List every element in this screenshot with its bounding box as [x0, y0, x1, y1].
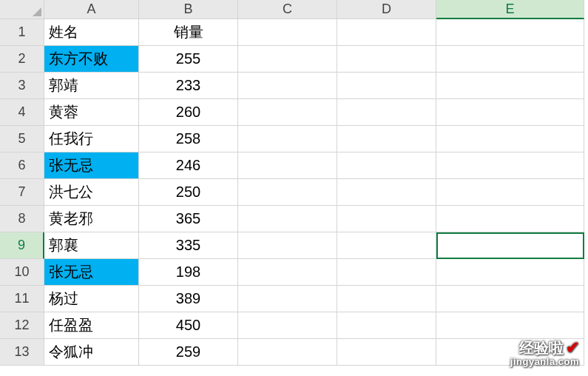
column-header-B[interactable]: B	[139, 0, 238, 19]
row-header-4[interactable]: 4	[0, 99, 44, 126]
column-header-E[interactable]: E	[436, 0, 584, 19]
cell-D11[interactable]	[337, 286, 436, 312]
column-header-A[interactable]: A	[44, 0, 139, 19]
cell-B12[interactable]: 450	[139, 312, 238, 339]
cell-D6[interactable]	[337, 152, 436, 179]
cell-E2[interactable]	[436, 46, 584, 73]
cell-E12[interactable]	[436, 312, 584, 339]
cell-E8[interactable]	[436, 206, 584, 232]
cell-B6[interactable]: 246	[139, 152, 238, 179]
cell-D9[interactable]	[337, 232, 436, 259]
cell-E1[interactable]	[436, 19, 584, 46]
cell-E11[interactable]	[436, 286, 584, 312]
cell-B5[interactable]: 258	[139, 126, 238, 152]
row-header-11[interactable]: 11	[0, 286, 44, 312]
cell-A7[interactable]: 洪七公	[44, 179, 139, 206]
row-header-1[interactable]: 1	[0, 19, 44, 46]
watermark-text-bottom: jingyanla.com	[510, 357, 579, 367]
cell-C8[interactable]	[238, 206, 337, 232]
cell-A10[interactable]: 张无忌	[44, 259, 139, 286]
cell-A13[interactable]: 令狐冲	[44, 339, 139, 366]
cell-C2[interactable]	[238, 46, 337, 73]
cell-C13[interactable]	[238, 339, 337, 366]
cell-A8[interactable]: 黄老邪	[44, 206, 139, 232]
cell-B1[interactable]: 销量	[139, 19, 238, 46]
cell-A4[interactable]: 黄蓉	[44, 99, 139, 126]
cell-C3[interactable]	[238, 73, 337, 99]
cell-A2[interactable]: 东方不败	[44, 46, 139, 73]
row-header-10[interactable]: 10	[0, 259, 44, 286]
column-header-D[interactable]: D	[337, 0, 436, 19]
cell-E4[interactable]	[436, 99, 584, 126]
cell-C4[interactable]	[238, 99, 337, 126]
row-header-13[interactable]: 13	[0, 339, 44, 366]
cell-C11[interactable]	[238, 286, 337, 312]
cell-D12[interactable]	[337, 312, 436, 339]
cell-C10[interactable]	[238, 259, 337, 286]
cell-D8[interactable]	[337, 206, 436, 232]
cell-B3[interactable]: 233	[139, 73, 238, 99]
cell-B9[interactable]: 335	[139, 232, 238, 259]
cell-E7[interactable]	[436, 179, 584, 206]
cell-C7[interactable]	[238, 179, 337, 206]
check-icon: ✔	[566, 338, 579, 357]
row-header-5[interactable]: 5	[0, 126, 44, 152]
column-header-C[interactable]: C	[238, 0, 337, 19]
cell-C6[interactable]	[238, 152, 337, 179]
cell-B11[interactable]: 389	[139, 286, 238, 312]
row-header-12[interactable]: 12	[0, 312, 44, 339]
cell-B10[interactable]: 198	[139, 259, 238, 286]
cell-B8[interactable]: 365	[139, 206, 238, 232]
cell-C5[interactable]	[238, 126, 337, 152]
cell-E10[interactable]	[436, 259, 584, 286]
cell-A9[interactable]: 郭襄	[44, 232, 139, 259]
cell-A3[interactable]: 郭靖	[44, 73, 139, 99]
cell-E3[interactable]	[436, 73, 584, 99]
cell-D4[interactable]	[337, 99, 436, 126]
cell-C1[interactable]	[238, 19, 337, 46]
cell-E5[interactable]	[436, 126, 584, 152]
cell-B7[interactable]: 250	[139, 179, 238, 206]
cell-D10[interactable]	[337, 259, 436, 286]
row-header-6[interactable]: 6	[0, 152, 44, 179]
cell-E9[interactable]	[436, 232, 584, 259]
cell-B13[interactable]: 259	[139, 339, 238, 366]
cell-D7[interactable]	[337, 179, 436, 206]
cell-A6[interactable]: 张无忌	[44, 152, 139, 179]
cell-A11[interactable]: 杨过	[44, 286, 139, 312]
select-all-corner[interactable]	[0, 0, 44, 19]
row-header-7[interactable]: 7	[0, 179, 44, 206]
cell-D1[interactable]	[337, 19, 436, 46]
cell-C9[interactable]	[238, 232, 337, 259]
cell-E6[interactable]	[436, 152, 584, 179]
row-header-8[interactable]: 8	[0, 206, 44, 232]
cell-D3[interactable]	[337, 73, 436, 99]
row-header-9[interactable]: 9	[0, 232, 44, 259]
cell-A12[interactable]: 任盈盈	[44, 312, 139, 339]
watermark-text-top: 经验啦	[519, 340, 564, 356]
row-header-2[interactable]: 2	[0, 46, 44, 73]
cell-A1[interactable]: 姓名	[44, 19, 139, 46]
cell-D5[interactable]	[337, 126, 436, 152]
cell-B2[interactable]: 255	[139, 46, 238, 73]
watermark: 经验啦✔ jingyanla.com	[510, 339, 579, 367]
cell-C12[interactable]	[238, 312, 337, 339]
cell-A5[interactable]: 任我行	[44, 126, 139, 152]
cell-D2[interactable]	[337, 46, 436, 73]
row-header-3[interactable]: 3	[0, 73, 44, 99]
cell-D13[interactable]	[337, 339, 436, 366]
cell-B4[interactable]: 260	[139, 99, 238, 126]
